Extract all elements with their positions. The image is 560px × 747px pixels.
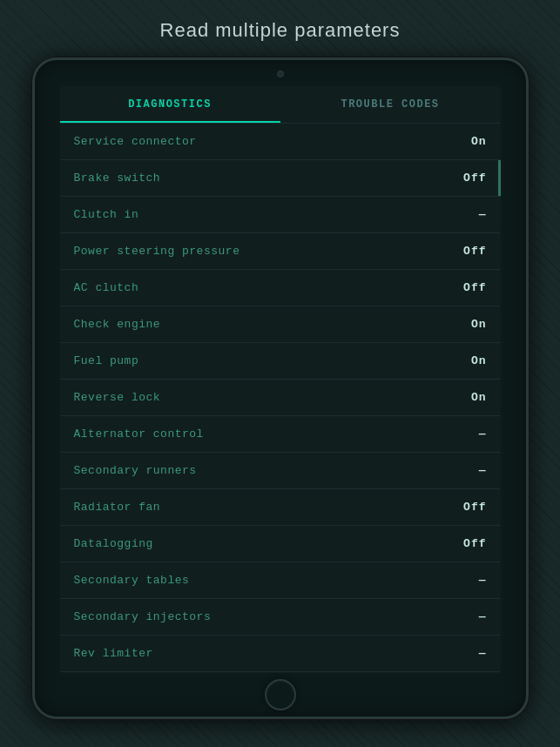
param-value: —: [461, 610, 487, 623]
param-value: Off: [461, 281, 487, 294]
table-row: Radiator fanOff: [60, 489, 501, 526]
param-label: Rev limiter: [74, 647, 153, 660]
tab-trouble-codes[interactable]: TROUBLE CODES: [280, 86, 501, 123]
param-label: Alternator control: [74, 427, 204, 441]
params-list: Service connectorOnBrake switchOffClutch…: [60, 124, 501, 673]
home-button[interactable]: [265, 679, 296, 710]
table-row: Rev limiter—: [60, 636, 501, 672]
param-value: On: [461, 318, 487, 331]
table-row: Service connectorOn: [60, 124, 501, 160]
param-value: —: [461, 208, 487, 221]
param-value: On: [461, 391, 487, 404]
table-row: Check engineOn: [60, 306, 501, 343]
table-row: AC clutchOff: [60, 270, 501, 306]
param-label: Secondary tables: [74, 574, 190, 587]
param-label: Secondary injectors: [74, 610, 212, 623]
tab-bar: DIAGNOSTICS TROUBLE CODES: [60, 86, 501, 124]
table-row: Clutch in—: [60, 197, 501, 233]
param-value: —: [461, 647, 487, 660]
table-row: Fuel pumpOn: [60, 343, 501, 380]
param-label: Clutch in: [74, 208, 139, 221]
table-row: DataloggingOff: [60, 526, 501, 562]
table-row: Ignition cut: [60, 672, 501, 673]
param-value: Off: [461, 537, 487, 550]
param-value: Off: [461, 172, 487, 185]
table-row: Secondary runners—: [60, 453, 501, 489]
param-label: Power steering pressure: [74, 245, 240, 258]
param-label: Reverse lock: [74, 391, 161, 404]
table-row: Secondary tables—: [60, 562, 501, 599]
param-label: Radiator fan: [74, 501, 161, 514]
param-value: —: [461, 427, 487, 441]
param-label: Brake switch: [74, 172, 161, 185]
table-row: Secondary injectors—: [60, 599, 501, 636]
param-value: —: [461, 464, 487, 477]
table-row: Power steering pressureOff: [60, 233, 501, 270]
param-value: Off: [461, 245, 487, 258]
param-label: Secondary runners: [74, 464, 197, 477]
param-label: Service connector: [74, 135, 197, 148]
param-value: On: [461, 135, 487, 148]
param-label: Fuel pump: [74, 354, 139, 367]
scrollbar-indicator: [498, 160, 501, 196]
table-row: Reverse lockOn: [60, 380, 501, 416]
tab-diagnostics[interactable]: DIAGNOSTICS: [60, 86, 280, 123]
param-value: On: [461, 354, 487, 367]
tablet-screen: DIAGNOSTICS TROUBLE CODES Service connec…: [60, 86, 501, 673]
page-title: Read multiple parameters: [160, 19, 401, 42]
param-label: Check engine: [74, 318, 161, 331]
tablet-frame: DIAGNOSTICS TROUBLE CODES Service connec…: [32, 57, 529, 719]
home-button-area: [265, 673, 296, 717]
param-value: —: [461, 574, 487, 587]
table-row: Alternator control—: [60, 416, 501, 453]
param-label: AC clutch: [74, 281, 139, 294]
param-value: Off: [461, 501, 487, 514]
param-label: Datalogging: [74, 537, 153, 550]
tablet-camera: [277, 71, 284, 77]
table-row: Brake switchOff: [60, 160, 501, 197]
